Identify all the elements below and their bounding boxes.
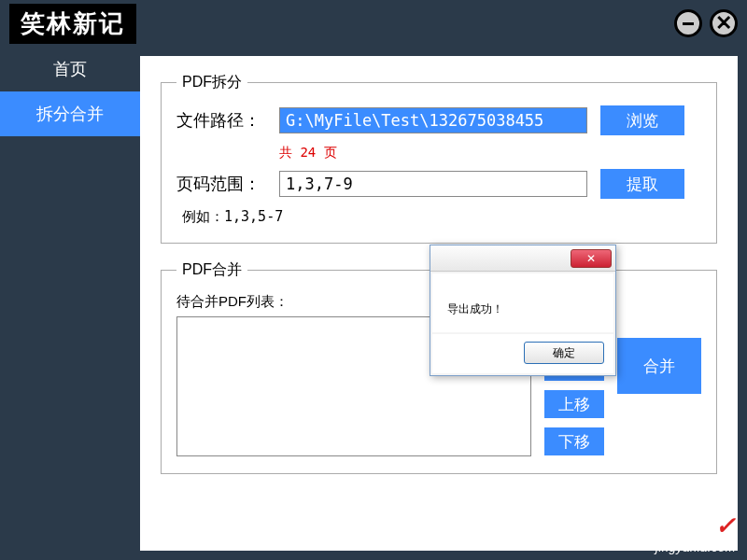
range-row: 页码范围： 提取 [176, 169, 701, 199]
move-up-button[interactable]: 上移 [544, 390, 604, 418]
sidebar: 首页 拆分合并 [0, 47, 140, 560]
close-button[interactable]: ✕ [710, 9, 738, 37]
sidebar-item-label: 拆分合并 [36, 103, 104, 125]
path-row: 文件路径： 浏览 [176, 105, 701, 135]
extract-button[interactable]: 提取 [600, 169, 684, 199]
sidebar-item-home[interactable]: 首页 [0, 47, 140, 91]
watermark: 经验啦 ✓ jingyanla.com [650, 511, 736, 554]
dialog-footer: 确定 [432, 334, 613, 373]
page-count: 共 24 页 [279, 145, 701, 161]
dialog-close-button[interactable]: ✕ [571, 249, 612, 268]
range-input[interactable] [279, 171, 587, 197]
range-label: 页码范围： [176, 173, 279, 195]
watermark-domain: jingyanla.com [650, 540, 736, 554]
path-label: 文件路径： [176, 109, 279, 132]
titlebar: 笑林新记 ✕ [0, 0, 747, 47]
path-input[interactable] [279, 107, 587, 133]
app-logo: 笑林新记 [9, 4, 136, 44]
window-controls: ✕ [674, 9, 738, 37]
watermark-brand: 经验啦 [650, 512, 712, 540]
range-example: 例如：1,3,5-7 [182, 208, 701, 226]
split-group: PDF拆分 文件路径： 浏览 共 24 页 页码范围： 提取 例如：1,3,5-… [161, 73, 717, 244]
sidebar-item-split-merge[interactable]: 拆分合并 [0, 91, 140, 136]
sidebar-item-label: 首页 [53, 58, 87, 80]
dialog-ok-button[interactable]: 确定 [524, 342, 604, 364]
watermark-brand-row: 经验啦 ✓ [650, 511, 736, 540]
merge-button[interactable]: 合并 [617, 338, 701, 394]
merge-legend: PDF合并 [176, 260, 247, 280]
minimize-button[interactable] [674, 9, 702, 37]
close-icon: ✕ [715, 11, 732, 35]
dialog-titlebar: ✕ [430, 245, 615, 272]
minimize-icon [683, 22, 694, 25]
move-down-button[interactable]: 下移 [544, 427, 604, 455]
check-icon: ✓ [715, 511, 736, 540]
message-dialog: ✕ 导出成功！ 确定 [430, 245, 616, 376]
split-legend: PDF拆分 [176, 73, 247, 92]
main-area: 首页 拆分合并 PDF拆分 文件路径： 浏览 共 24 页 页码范围： 提取 例… [0, 47, 747, 560]
browse-button[interactable]: 浏览 [600, 105, 684, 135]
dialog-message: 导出成功！ [447, 302, 503, 315]
dialog-body: 导出成功！ [432, 273, 613, 332]
close-icon: ✕ [586, 252, 596, 265]
